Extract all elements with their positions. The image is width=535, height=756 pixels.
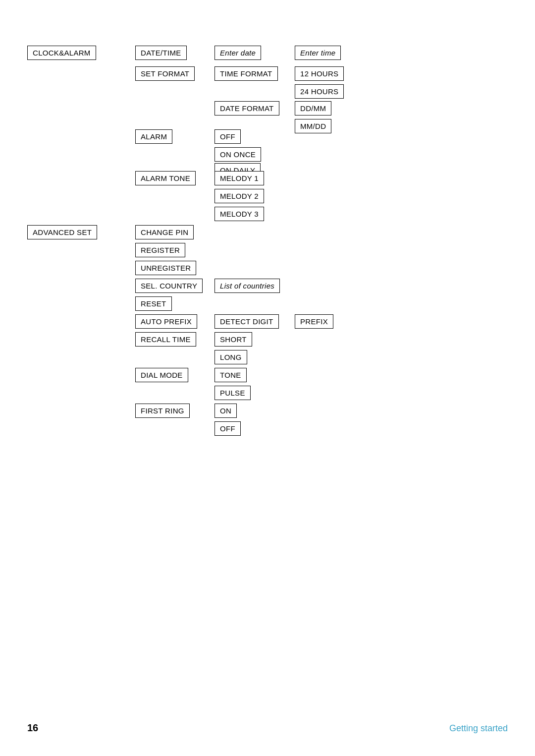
auto-prefix-node: AUTO PREFIX [135,314,197,329]
melody1-node: MELODY 1 [214,171,264,185]
first-ring-node: FIRST RING [135,404,190,418]
page: CLOCK&ALARM ADVANCED SET DATE/TIME SET F… [0,0,535,756]
time-format-node: TIME FORMAT [214,66,278,81]
date-time-node: DATE/TIME [135,46,187,60]
off-node: OFF [214,129,241,144]
sel-country-node: SEL. COUNTRY [135,279,203,293]
dd-mm-node: DD/MM [295,101,331,116]
page-number: 16 [27,722,38,734]
short-node: SHORT [214,332,252,347]
pulse-node: PULSE [214,386,251,400]
mm-dd-node: MM/DD [295,119,331,133]
list-countries-node: List of countries [214,279,280,293]
advanced-set-node: ADVANCED SET [27,225,97,239]
tone-node: TONE [214,368,247,382]
alarm-tone-node: ALARM TONE [135,171,196,185]
on-once-node: ON ONCE [214,147,261,162]
melody2-node: MELODY 2 [214,189,264,203]
enter-date-node: Enter date [214,46,261,60]
register-node: REGISTER [135,243,185,257]
unregister-node: UNREGISTER [135,261,196,275]
enter-time-node: Enter time [295,46,341,60]
recall-time-node: RECALL TIME [135,332,196,347]
hours-12-node: 12 HOURS [295,66,344,81]
dial-mode-node: DIAL MODE [135,368,188,382]
getting-started-label: Getting started [449,723,508,734]
change-pin-node: CHANGE PIN [135,225,194,239]
long-node: LONG [214,350,247,364]
reset-node: RESET [135,296,172,311]
clock-alarm-node: CLOCK&ALARM [27,46,96,60]
melody3-node: MELODY 3 [214,207,264,221]
date-format-node: DATE FORMAT [214,101,279,116]
prefix-node: PREFIX [295,314,333,329]
hours-24-node: 24 HOURS [295,84,344,99]
off2-node: OFF [214,421,241,436]
set-format-node: SET FORMAT [135,66,195,81]
on-node: ON [214,404,237,418]
detect-digit-node: DETECT DIGIT [214,314,279,329]
alarm-node: ALARM [135,129,172,144]
